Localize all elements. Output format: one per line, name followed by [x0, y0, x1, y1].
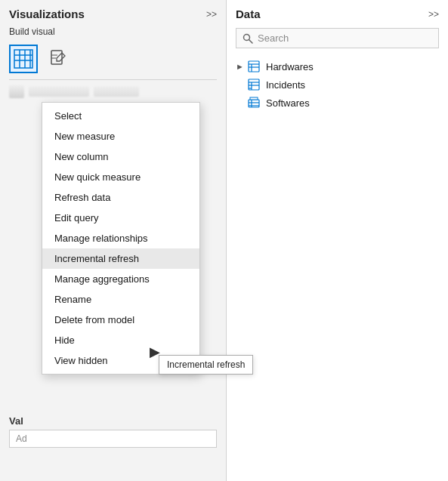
build-visual-label: Build visual: [0, 25, 226, 42]
edit-icon-svg: [48, 48, 69, 69]
menu-item-rename[interactable]: Rename: [42, 289, 199, 310]
val-input[interactable]: Ad: [9, 430, 217, 448]
menu-item-edit-query[interactable]: Edit query: [42, 208, 199, 228]
edit-vis-icon[interactable]: [44, 45, 73, 73]
hardwares-chevron: ►: [236, 62, 245, 71]
menu-item-refresh-data[interactable]: Refresh data: [42, 187, 199, 208]
vis-panel-title: Visualizations: [9, 8, 85, 20]
menu-item-delete-from-model[interactable]: Delete from model: [42, 310, 199, 330]
menu-item-manage-relationships[interactable]: Manage relationships: [42, 228, 199, 248]
menu-item-incremental-refresh[interactable]: Incremental refresh: [42, 248, 199, 269]
data-panel: Data >> Search ► Hardwares: [227, 0, 448, 481]
incidents-label: Incidents: [266, 79, 305, 91]
vis-expand-icon[interactable]: >>: [206, 9, 217, 20]
svg-rect-24: [250, 97, 258, 100]
svg-rect-6: [51, 51, 62, 64]
search-icon: [243, 33, 253, 44]
vis-panel-header: Visualizations >>: [0, 0, 226, 25]
data-panel-header: Data >>: [227, 0, 448, 25]
svg-rect-11: [249, 61, 259, 72]
incremental-refresh-tooltip: Incremental refresh: [159, 355, 253, 375]
hardwares-table-icon: [248, 60, 260, 72]
vis-divider: [9, 79, 217, 80]
hardwares-label: Hardwares: [266, 61, 314, 72]
matrix-vis-icon[interactable]: [9, 45, 38, 73]
menu-item-new-measure[interactable]: New measure: [42, 126, 199, 146]
matrix-icon-svg: [13, 48, 34, 69]
data-expand-icon[interactable]: >>: [428, 9, 439, 20]
menu-item-new-quick-measure[interactable]: New quick measure: [42, 167, 199, 187]
search-placeholder: Search: [258, 32, 289, 44]
tree-item-incidents[interactable]: ► Incidents: [227, 76, 448, 94]
tree-item-hardwares[interactable]: ► Hardwares: [227, 57, 448, 76]
softwares-table-icon: [248, 97, 260, 109]
main-container: Visualizations >> Build visual: [0, 0, 448, 481]
search-box[interactable]: Search: [236, 28, 439, 48]
data-tree: ► Hardwares ► Incid: [227, 54, 448, 115]
menu-item-manage-aggregations[interactable]: Manage aggregations: [42, 269, 199, 289]
menu-item-new-column[interactable]: New column: [42, 146, 199, 167]
incidents-table-icon: [248, 79, 260, 91]
svg-line-10: [249, 39, 253, 43]
val-label: Val: [9, 415, 217, 427]
vis-icon-row: [0, 42, 226, 79]
tree-item-softwares[interactable]: ► Softwares: [227, 94, 448, 112]
menu-item-hide[interactable]: Hide: [42, 330, 199, 350]
data-panel-title: Data: [236, 8, 261, 20]
val-section: Val Ad: [0, 409, 226, 451]
context-menu: Select New measure New column New quick …: [42, 102, 200, 375]
menu-item-select[interactable]: Select: [42, 106, 199, 126]
softwares-label: Softwares: [266, 97, 310, 109]
visualizations-panel: Visualizations >> Build visual: [0, 0, 227, 481]
